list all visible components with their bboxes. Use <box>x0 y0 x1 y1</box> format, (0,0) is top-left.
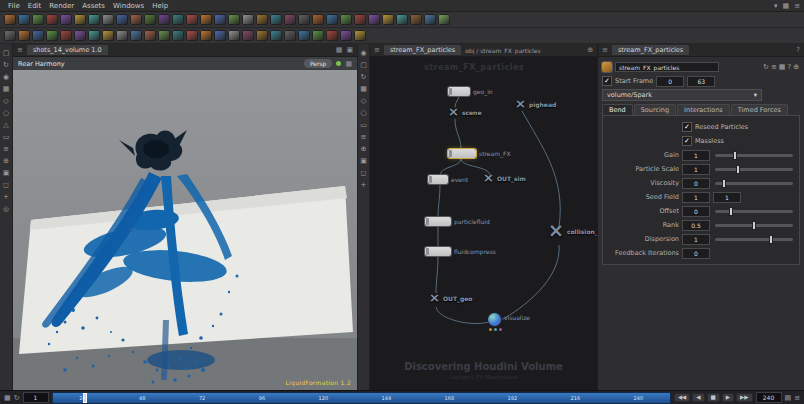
shelf-tool-icon[interactable] <box>144 14 156 25</box>
param-tab-sourcing[interactable]: Sourcing <box>634 104 676 115</box>
network-path[interactable]: obj / stream_FX_particles <box>465 47 540 54</box>
network-canvas[interactable]: stream_FX_particles geo_in×scene×pighead… <box>370 57 597 390</box>
toolbar-icon[interactable]: + <box>361 181 367 189</box>
node-OUT_sim[interactable]: ×OUT_sim <box>483 171 494 184</box>
menubar-icon[interactable]: ▾ <box>774 2 778 10</box>
menu-item-file[interactable]: File <box>4 2 24 10</box>
pane-help-icon[interactable]: ? <box>796 46 800 54</box>
menu-item-windows[interactable]: Windows <box>109 2 148 10</box>
playbar-icon[interactable]: ≡ <box>794 394 800 402</box>
shelf-tool-icon[interactable] <box>284 14 296 25</box>
pane-split-icon[interactable]: ▦ <box>336 46 343 54</box>
shelf-tool-icon[interactable] <box>60 30 72 41</box>
node-pighead[interactable]: ×pighead <box>515 97 526 110</box>
toolbar-icon[interactable]: ≡ <box>3 145 9 153</box>
param-slider-handle[interactable] <box>769 235 773 244</box>
timeline[interactable]: 24487296120144168192216240 <box>52 392 671 404</box>
shelf-tool-icon[interactable] <box>4 30 16 41</box>
shelf-tool-icon[interactable] <box>270 30 282 41</box>
shelf-tool-icon[interactable] <box>172 30 184 41</box>
shelf-tool-icon[interactable] <box>130 30 142 41</box>
shelf-tool-icon[interactable] <box>158 30 170 41</box>
toolbar-icon[interactable]: ▣ <box>3 169 10 177</box>
shelf-tool-icon[interactable] <box>214 30 226 41</box>
transport-button[interactable]: ◀◀ <box>674 393 690 403</box>
shelf-tool-icon[interactable] <box>326 14 338 25</box>
preset-dropdown[interactable]: volume/Spark ▾ <box>602 89 762 101</box>
pane-menu-icon[interactable]: ≡ <box>602 46 608 54</box>
param-tab-bend[interactable]: Bend <box>602 104 633 115</box>
toolbar-icon[interactable]: ↻ <box>3 61 9 69</box>
frame-checkbox[interactable]: ✓ <box>602 76 612 86</box>
shelf-tool-icon[interactable] <box>200 14 212 25</box>
node-stream_FX[interactable]: stream_FX <box>448 149 476 158</box>
param-slider-handle[interactable] <box>733 151 737 160</box>
shelf-tool-icon[interactable] <box>298 30 310 41</box>
shelf-tool-icon[interactable] <box>256 30 268 41</box>
shelf-tool-icon[interactable] <box>298 14 310 25</box>
node-fluidcompress[interactable]: fluidcompress <box>425 247 451 256</box>
param-slider[interactable] <box>715 224 793 227</box>
shelf-tool-icon[interactable] <box>242 14 254 25</box>
menu-item-edit[interactable]: Edit <box>24 2 46 10</box>
transport-button[interactable]: ▶ <box>722 393 734 403</box>
shelf-tool-icon[interactable] <box>74 30 86 41</box>
node-visualize[interactable]: visualize <box>488 313 501 326</box>
node-OUT_geo[interactable]: ×OUT_geo <box>429 291 440 304</box>
transport-button[interactable]: ■ <box>707 393 720 403</box>
node-name-field[interactable]: stream_FX_particles <box>615 62 719 72</box>
param-slider[interactable] <box>715 154 793 157</box>
param-slider-handle[interactable] <box>722 179 726 188</box>
shelf-tool-icon[interactable] <box>312 30 324 41</box>
shelf-tool-icon[interactable] <box>158 14 170 25</box>
shelf-tool-icon[interactable] <box>60 14 72 25</box>
param-tab-interactions[interactable]: Interactions <box>677 104 730 115</box>
shelf-tool-icon[interactable] <box>32 14 44 25</box>
shelf-tool-icon[interactable] <box>4 14 16 25</box>
node-collision_[interactable]: ×collision_ <box>548 221 564 240</box>
shelf-tool-icon[interactable] <box>32 30 44 41</box>
menubar-icon[interactable]: ≡ <box>794 2 800 10</box>
param-slider[interactable] <box>715 210 793 213</box>
toolbar-icon[interactable]: ▢ <box>3 49 10 57</box>
shelf-tool-icon[interactable] <box>102 30 114 41</box>
param-slider-handle[interactable] <box>729 207 733 216</box>
param-value-field[interactable]: 1 <box>682 164 710 175</box>
toolbar-icon[interactable]: ◻ <box>361 169 367 177</box>
shelf-tool-icon[interactable] <box>116 30 128 41</box>
pane-expand-icon[interactable]: ▣ <box>346 46 353 54</box>
shelf-tool-icon[interactable] <box>354 14 366 25</box>
param-value-field[interactable]: 0 <box>682 248 710 259</box>
persp-button[interactable]: Persp <box>304 59 333 68</box>
playbar-icon[interactable]: ↻ <box>14 394 20 402</box>
toolbar-icon[interactable]: ○ <box>3 109 9 117</box>
param-pane-tab[interactable]: stream_FX_particles <box>612 45 689 55</box>
shelf-tool-icon[interactable] <box>88 30 100 41</box>
param-header-icon[interactable]: ≡ <box>770 63 778 71</box>
playbar-icon[interactable]: ▤ <box>785 394 792 402</box>
shelf-tool-icon[interactable] <box>214 14 226 25</box>
shelf-tool-icon[interactable] <box>228 30 240 41</box>
frame-start-field[interactable]: 0 <box>656 76 684 87</box>
menu-item-assets[interactable]: Assets <box>78 2 109 10</box>
shelf-tool-icon[interactable] <box>46 14 58 25</box>
param-value-field[interactable]: 1 <box>682 150 710 161</box>
shelf-tool-icon[interactable] <box>340 30 352 41</box>
shelf-tool-icon[interactable] <box>424 14 436 25</box>
shelf-tool-icon[interactable] <box>144 30 156 41</box>
param-value-field[interactable]: 0.5 <box>682 220 710 231</box>
shelf-tool-icon[interactable] <box>270 14 282 25</box>
transport-button[interactable]: ◀ <box>692 393 704 403</box>
node-scene[interactable]: ×scene <box>448 105 459 118</box>
shelf-tool-icon[interactable] <box>46 30 58 41</box>
shelf-tool-icon[interactable] <box>88 14 100 25</box>
toolbar-icon[interactable]: ⊕ <box>361 145 367 153</box>
param-slider-handle[interactable] <box>752 221 756 230</box>
shelf-tool-icon[interactable] <box>284 30 296 41</box>
toolbar-icon[interactable]: ◉ <box>3 73 9 81</box>
shelf-tool-icon[interactable] <box>438 14 450 25</box>
viewport-snapshot-icon[interactable]: ▦ <box>345 60 352 68</box>
toolbar-icon[interactable]: ○ <box>360 109 366 117</box>
toolbar-icon[interactable]: ▣ <box>360 157 367 165</box>
shelf-tool-icon[interactable] <box>74 14 86 25</box>
